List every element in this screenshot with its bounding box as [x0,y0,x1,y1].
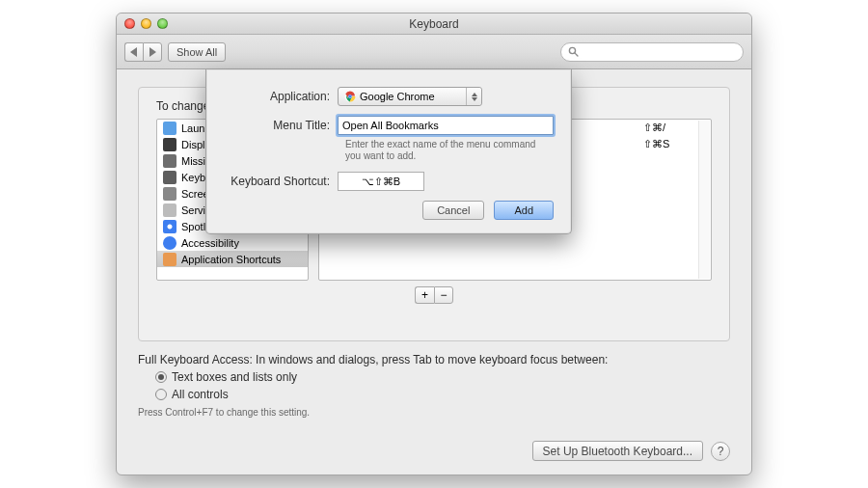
accessibility-icon [163,236,176,250]
keyboard-prefs-window: Keyboard Show All To change a s Launchpa… [116,13,752,475]
spotlight-icon [163,220,176,233]
scrollbar[interactable] [698,121,710,279]
toolbar: Show All [117,35,751,69]
category-icon [163,154,176,168]
svg-point-7 [349,95,352,98]
add-confirm-button[interactable]: Add [494,201,554,220]
add-shortcut-sheet: Application: Google Chrome Menu Title: E… [205,69,572,234]
window-title: Keyboard [117,17,751,31]
menu-title-label: Menu Title: [224,119,338,132]
titlebar: Keyboard [117,14,751,35]
control-f7-note: Press Control+F7 to change this setting. [138,407,730,418]
back-forward [124,42,162,62]
sheet-buttons: Cancel Add [224,201,554,220]
help-button[interactable]: ? [711,442,730,461]
category-icon [163,203,176,217]
radio-icon [155,371,167,383]
category-icon [163,138,176,151]
bluetooth-keyboard-button[interactable]: Set Up Bluetooth Keyboard... [532,441,703,461]
full-keyboard-section: Full Keyboard Access: In windows and dia… [138,353,730,418]
menu-title-input[interactable] [338,116,554,135]
popup-arrows-icon [466,88,481,105]
add-remove-controls: + − [415,286,453,304]
radio-allcontrols[interactable]: All controls [155,388,730,401]
category-item-selected[interactable]: Application Shortcuts [157,251,308,267]
remove-button[interactable]: − [434,286,453,304]
application-popup[interactable]: Google Chrome [338,87,482,106]
search-field[interactable] [560,42,744,62]
svg-marker-1 [149,47,156,57]
application-label: Application: [224,90,338,103]
application-value: Google Chrome [360,91,435,102]
keyboard-shortcut-label: Keyboard Shortcut: [224,175,338,188]
category-icon [163,122,176,135]
full-access-label: Full Keyboard Access: In windows and dia… [138,353,730,366]
svg-marker-0 [130,47,137,57]
menu-title-hint: Enter the exact name of the menu command… [345,139,554,162]
cancel-button[interactable]: Cancel [422,201,484,220]
svg-line-3 [575,53,578,56]
chrome-icon [344,91,356,102]
keyboard-shortcut-input[interactable]: ⌥⇧⌘B [338,172,424,191]
category-icon [163,187,176,201]
footer: Set Up Bluetooth Keyboard... ? [138,441,730,461]
show-all-button[interactable]: Show All [168,42,226,62]
search-input[interactable] [583,46,736,58]
search-icon [568,46,579,57]
add-button[interactable]: + [415,286,434,304]
forward-button[interactable] [143,42,162,62]
app-shortcuts-icon [163,253,176,266]
back-button[interactable] [124,42,143,62]
radio-icon [155,389,167,400]
category-item[interactable]: Accessibility [157,234,308,251]
category-icon [163,171,176,184]
radio-textboxes[interactable]: Text boxes and lists only [155,370,730,384]
